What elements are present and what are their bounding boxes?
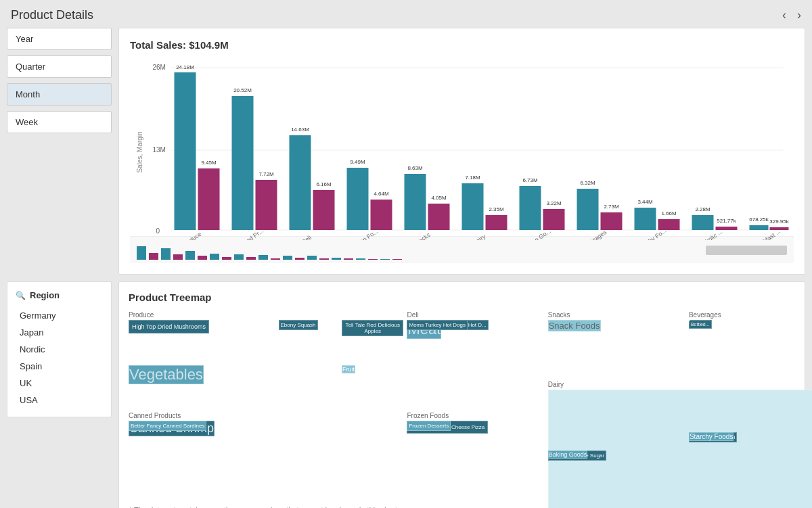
svg-text:6.16M: 6.16M — [316, 181, 332, 187]
svg-text:Dairy: Dairy — [471, 233, 487, 240]
tm-cell-starchy[interactable]: Starchy Foods — [689, 432, 734, 441]
bar-chart-title: Total Sales: $104.9M — [130, 39, 794, 51]
region-card: 🔍 Region Germany Japan Nordic Spain UK U… — [7, 281, 112, 417]
page-title: Product Details — [11, 8, 93, 22]
svg-rect-38 — [543, 209, 565, 230]
treemap-grid: Produce High Top Dried Mushrooms Ebony S… — [129, 311, 795, 501]
bar-chart-area: 26M 13M 0 Sales, Margin 24.18M 9.45M P — [130, 57, 794, 233]
chart-scrollbar[interactable] — [130, 236, 794, 263]
bottom-section: 🔍 Region Germany Japan Nordic Spain UK U… — [0, 281, 812, 508]
svg-rect-8 — [198, 168, 220, 230]
region-label: Region — [30, 290, 60, 300]
filter-panel: Year Quarter Month Week — [7, 28, 112, 275]
svg-rect-13 — [256, 180, 277, 230]
svg-rect-52 — [692, 215, 714, 230]
tm-cell-mushrooms[interactable]: High Top Dried Mushrooms — [129, 320, 209, 333]
svg-rect-23 — [371, 200, 392, 230]
top-section: Year Quarter Month Week Total Sales: $10… — [0, 28, 812, 281]
svg-rect-47 — [635, 208, 656, 230]
region-item-germany[interactable]: Germany — [16, 307, 103, 324]
tm-cell-turkey[interactable]: Moms Turkey Hot Dogs — [407, 320, 468, 330]
svg-rect-37 — [520, 186, 541, 230]
col-3: Snacks Fast Mini Donuts Snack Foods Dair… — [548, 311, 685, 501]
region-item-uk[interactable]: UK — [16, 375, 103, 392]
svg-text:2.35M: 2.35M — [489, 206, 504, 212]
svg-rect-17 — [290, 135, 311, 230]
svg-rect-43 — [601, 212, 623, 230]
treemap-panel: Product Treemap Produce High Top Dried M… — [118, 281, 805, 508]
svg-text:521.77k: 521.77k — [717, 218, 736, 224]
svg-text:9.45M: 9.45M — [201, 160, 217, 166]
tm-cell-fruit[interactable]: Fruit — [342, 365, 355, 373]
svg-text:24.18M: 24.18M — [176, 64, 194, 70]
svg-text:Sales, Margin: Sales, Margin — [136, 131, 143, 172]
svg-text:6.73M: 6.73M — [522, 177, 538, 183]
svg-rect-28 — [428, 204, 450, 230]
svg-text:329.95k: 329.95k — [769, 218, 789, 225]
region-item-nordic[interactable]: Nordic — [16, 341, 103, 358]
svg-text:3.44M: 3.44M — [637, 199, 653, 205]
tm-cell-dairy[interactable]: Dairy — [548, 390, 812, 508]
svg-text:20.52M: 20.52M — [233, 87, 252, 93]
bar-chart-svg: 26M 13M 0 Sales, Margin 24.18M 9.45M P — [130, 57, 794, 240]
dairy-section: Dairy Dairy — [548, 381, 685, 440]
deli-section: Deli Red Spade Pimento Loaf Cutting Edge… — [407, 311, 544, 409]
region-item-usa[interactable]: USA — [16, 392, 103, 409]
region-header: 🔍 Region — [16, 290, 103, 300]
svg-text:Deli: Deli — [300, 234, 313, 240]
bar-chart-card: Total Sales: $104.9M 26M 13M 0 Sales, Ma… — [118, 28, 805, 275]
tm-cell-baking[interactable]: Baking Goods — [548, 451, 588, 459]
svg-rect-57 — [750, 225, 769, 230]
svg-rect-33 — [486, 215, 508, 230]
svg-text:4.64M: 4.64M — [374, 191, 389, 197]
col-1: Produce High Top Dried Mushrooms Ebony S… — [129, 311, 403, 501]
svg-rect-32 — [462, 183, 484, 230]
svg-text:7.72M: 7.72M — [258, 171, 274, 177]
svg-text:9.49M: 9.49M — [350, 159, 365, 165]
svg-text:Snacks: Snacks — [411, 231, 432, 240]
svg-rect-18 — [313, 190, 335, 230]
svg-rect-42 — [577, 189, 599, 230]
region-item-japan[interactable]: Japan — [16, 324, 103, 341]
filter-month[interactable]: Month — [7, 83, 112, 106]
svg-rect-7 — [175, 72, 196, 230]
col-2: Deli Red Spade Pimento Loaf Cutting Edge… — [407, 311, 544, 501]
tm-cell-bev8[interactable] — [689, 320, 690, 321]
page-header: Product Details ‹ › — [0, 0, 812, 28]
tm-cell-bev7[interactable]: Bottled... — [689, 320, 712, 329]
nav-arrows: ‹ › — [782, 8, 801, 22]
tm-cell-vegetables[interactable]: Vegetables — [129, 365, 204, 384]
svg-text:6.32M: 6.32M — [580, 180, 595, 186]
svg-text:Produce: Produce — [180, 231, 202, 240]
svg-text:13M: 13M — [153, 146, 166, 154]
tm-cell-telltale[interactable]: Tell Tale Red Delicious Apples — [342, 320, 403, 336]
tm-cell-snackfoods[interactable]: Snack Foods — [548, 320, 601, 331]
svg-text:2.73M: 2.73M — [604, 204, 619, 210]
filter-quarter[interactable]: Quarter — [7, 55, 112, 78]
svg-text:2.28M: 2.28M — [695, 206, 710, 212]
chart-panel: Total Sales: $104.9M 26M 13M 0 Sales, Ma… — [118, 28, 805, 275]
tm-cell-sardines-header[interactable]: Better Fancy Canned Sardines — [129, 421, 206, 431]
svg-text:4.05M: 4.05M — [431, 195, 447, 201]
svg-text:26M: 26M — [153, 64, 166, 71]
svg-rect-27 — [405, 174, 426, 230]
svg-text:678.25k: 678.25k — [749, 216, 769, 223]
tm-cell-frozen-desserts[interactable]: Frozen Desserts — [407, 421, 451, 431]
treemap-card: Product Treemap Produce High Top Dried M… — [118, 281, 805, 508]
tm-cell-ebony[interactable]: Ebony Squash — [279, 320, 318, 330]
svg-text:0: 0 — [156, 227, 160, 235]
svg-rect-58 — [770, 227, 789, 230]
svg-text:1.66M: 1.66M — [661, 210, 677, 216]
produce-section: Produce High Top Dried Mushrooms Ebony S… — [129, 311, 403, 409]
svg-rect-22 — [347, 168, 369, 230]
snacks-section: Snacks Fast Mini Donuts Snack Foods — [548, 311, 685, 378]
filter-year[interactable]: Year — [7, 28, 112, 50]
filter-week[interactable]: Week — [7, 111, 112, 133]
next-arrow[interactable]: › — [797, 8, 801, 22]
svg-text:14.63M: 14.63M — [291, 126, 309, 133]
svg-text:7.18M: 7.18M — [465, 175, 480, 181]
region-panel: 🔍 Region Germany Japan Nordic Spain UK U… — [7, 281, 112, 508]
region-item-spain[interactable]: Spain — [16, 358, 103, 375]
svg-text:8.63M: 8.63M — [407, 165, 423, 171]
prev-arrow[interactable]: ‹ — [782, 8, 786, 22]
